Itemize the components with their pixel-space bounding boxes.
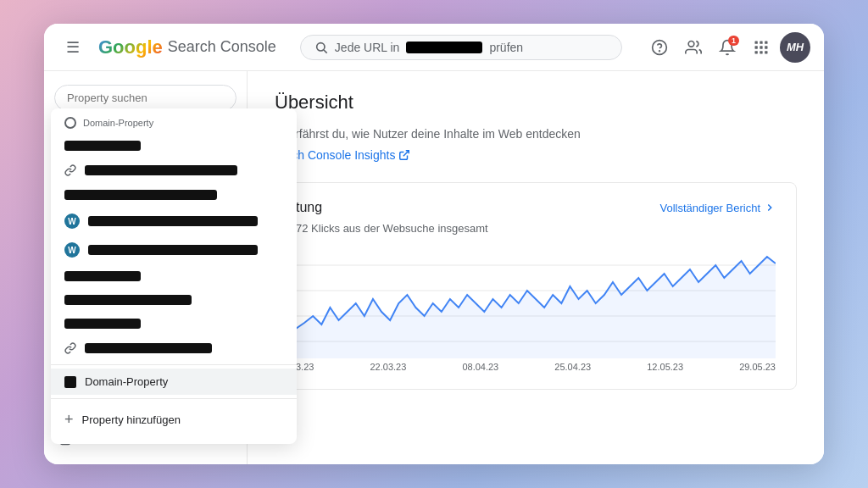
domain-icon [64,117,76,129]
svg-point-4 [688,41,694,47]
chart-svg [296,248,776,358]
apps-icon [753,39,770,56]
sidebar: Domain-Property W [44,71,248,464]
active-property-icon [64,376,76,388]
notification-badge: 1 [728,36,739,46]
card-header: tung Vollständiger Bericht [296,200,776,215]
redacted-domain [88,245,258,255]
external-link-icon [398,149,410,161]
svg-rect-13 [765,51,767,53]
svg-line-18 [403,151,409,156]
search-icon [314,41,328,54]
avatar[interactable]: MH [780,32,810,63]
overview-intro: er erfährst du, wie Nutzer deine Inhalte… [275,127,797,141]
redacted-domain [64,190,217,200]
svg-point-0 [317,42,325,50]
redacted-domain [88,216,258,226]
list-item[interactable] [51,134,297,158]
page-title: Übersicht [275,92,797,114]
redacted-domain [85,343,212,353]
main-content: Übersicht er erfährst du, wie Nutzer dei… [248,71,824,464]
property-search-input[interactable] [54,85,236,111]
svg-rect-5 [755,41,758,43]
performance-card: tung Vollständiger Bericht 72 Klicks aus… [275,182,797,390]
full-report-link[interactable]: Vollständiger Bericht [659,202,776,214]
redacted-domain [64,319,141,329]
help-icon [651,39,668,56]
list-item[interactable] [51,288,297,312]
svg-rect-10 [765,46,767,48]
plus-icon: + [64,411,74,429]
list-item[interactable] [51,158,297,183]
redacted-domain [64,141,141,151]
svg-line-1 [324,50,327,53]
logo: Google Search Console [98,36,276,58]
help-button[interactable] [644,32,675,63]
search-bar[interactable]: Jede URL in prüfen [300,35,622,60]
header-search: Jede URL in prüfen [300,35,622,60]
list-item[interactable] [51,183,297,207]
apps-button[interactable] [746,32,776,63]
list-item[interactable] [51,336,297,361]
users-icon [685,39,702,56]
search-prefix: Jede URL in [335,41,400,54]
chevron-right-icon [764,202,776,214]
list-item[interactable]: W [51,236,297,264]
performance-chart [296,248,776,358]
card-title: tung [296,200,322,215]
active-property-label: Domain-Property [85,375,168,388]
redacted-domain [85,165,237,175]
search-suffix: prüfen [489,41,523,54]
card-subtitle: 72 Klicks aus der Websuche insgesamt [296,222,776,235]
svg-rect-12 [760,51,762,53]
svg-point-3 [659,50,660,51]
chart-dates: 3.23 22.03.23 08.04.23 25.04.23 12.05.23… [296,362,776,372]
active-property-item[interactable]: Domain-Property [51,369,297,395]
menu-button[interactable]: ☰ [58,32,88,63]
redacted-domain [64,271,141,281]
link-icon [64,164,76,176]
body: Domain-Property W [44,71,824,464]
dropdown-divider [51,364,297,365]
list-item[interactable] [51,312,297,336]
svg-rect-7 [765,41,767,43]
link-icon [64,342,76,354]
svg-rect-6 [760,41,762,43]
users-button[interactable] [678,32,709,63]
list-item[interactable] [51,264,297,288]
google-logo: Google [98,36,163,58]
svg-rect-11 [755,51,758,53]
header-actions: 1 MH [644,32,810,63]
redacted-domain [64,295,192,305]
wordpress-icon: W [64,214,80,229]
app-window: ☰ Google Search Console Jede URL in prüf… [44,24,824,464]
add-property-button[interactable]: + Property hinzufügen [51,402,297,437]
dropdown-section-label: Domain-Property [51,108,297,134]
svg-rect-8 [755,46,758,48]
url-redacted [406,42,482,53]
app-title: Search Console [168,38,276,56]
header: ☰ Google Search Console Jede URL in prüf… [44,24,824,71]
dropdown-divider-2 [51,398,297,399]
list-item[interactable]: W [51,207,297,236]
svg-rect-9 [760,46,762,48]
property-dropdown: Domain-Property W [51,108,297,444]
wordpress-icon: W [64,242,80,258]
notifications-button[interactable]: 1 [712,32,743,63]
